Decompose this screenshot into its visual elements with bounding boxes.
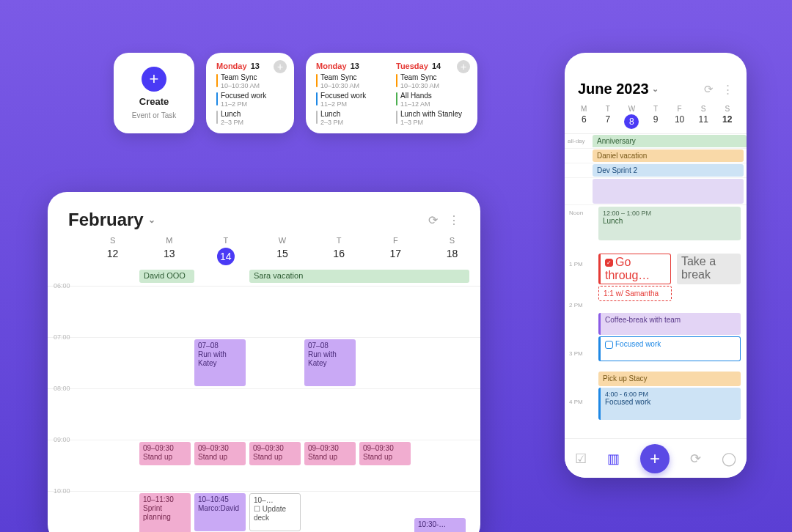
calendar-event[interactable]: 09–09:30Stand up — [249, 442, 301, 465]
calendar-event[interactable]: 1:1 w/ Samantha — [598, 286, 672, 301]
sync-icon[interactable]: ⟳ — [428, 213, 438, 227]
widget-event: Lunch2–3 PM — [316, 110, 387, 127]
week-header: S12 M13 T14 W15 T16 F17 S18 — [48, 236, 480, 265]
calendar-event[interactable]: 07–08Run with Katey — [304, 339, 356, 386]
calendar-event[interactable]: Pick up Stacy — [598, 372, 741, 386]
widget-event: Lunch with Stanley1–3 PM — [396, 110, 467, 127]
widget-event: Focused work11–2 PM — [216, 92, 284, 108]
link-icon[interactable]: ⟳ — [690, 451, 701, 467]
widget-create[interactable]: + Create Event or Task — [114, 53, 194, 133]
check-icon: ✓ — [605, 259, 613, 267]
tablet-calendar: February⌄ ⟳ ⋮ S12 M13 T14 W15 T16 F17 S1… — [48, 192, 480, 532]
sync-icon[interactable]: ⟳ — [704, 83, 714, 96]
month-picker[interactable]: February⌄ — [68, 210, 155, 230]
calendar-event[interactable]: 09–09:30Stand up — [304, 442, 356, 465]
calendar-event[interactable]: 09–09:30Stand up — [359, 442, 411, 465]
week-header: M6 T7 W8 T9 F10 S11 S12 — [565, 105, 747, 133]
widget-event: Team Sync10–10:30 AM — [316, 73, 387, 90]
create-title: Create — [139, 96, 169, 107]
week-grid[interactable]: 06:00 07:00 07–08Run with Katey 07–08Run… — [48, 286, 480, 532]
calendar-event[interactable]: Coffee-break with team — [598, 313, 741, 335]
allday-event[interactable]: Daniel vacation — [593, 149, 744, 162]
profile-icon[interactable]: ◯ — [722, 451, 736, 467]
add-button[interactable]: + — [640, 444, 670, 473]
calendar-event[interactable]: 10–10:45Marco:David — [194, 493, 246, 531]
calendar-icon[interactable]: ▥ — [607, 451, 620, 467]
allday-section: all-dayAnniversary Daniel vacation Dev S… — [565, 133, 747, 205]
day-schedule[interactable]: Noon 12:00 – 1:00 PMLunch 1 PM ✓Go throu… — [565, 207, 747, 420]
calendar-event[interactable]: 10:30-… — [414, 518, 466, 532]
calendar-event[interactable]: 10–11:30Sprint planning — [139, 493, 191, 532]
plus-icon[interactable]: + — [457, 60, 470, 73]
widget-event: All Hands11–12 AM — [396, 92, 467, 108]
allday-event[interactable]: Anniversary — [593, 135, 747, 147]
calendar-event[interactable]: 4:00 - 6:00 PMFocused work — [598, 388, 741, 420]
chevron-down-icon: ⌄ — [148, 215, 155, 225]
widget-event: Team Sync10–10:30 AM — [216, 73, 284, 90]
plus-icon[interactable]: + — [274, 60, 287, 73]
widget-event: Team Sync10–10:30 AM — [396, 73, 467, 90]
allday-event[interactable]: Dev Sprint 2 — [593, 164, 744, 177]
bottom-nav: ☑ ▥ + ⟳ ◯ — [565, 438, 747, 478]
calendar-event[interactable]: 12:00 – 1:00 PMLunch — [598, 207, 741, 240]
calendar-event[interactable]: 10–…☐ Update deck — [249, 493, 301, 531]
more-icon[interactable]: ⋮ — [448, 213, 460, 227]
widget-single-day[interactable]: + Monday 13 Team Sync10–10:30 AM Focused… — [206, 53, 294, 133]
allday-event[interactable] — [593, 179, 744, 204]
calendar-task[interactable]: ✓Go throug… — [598, 254, 671, 284]
widget-event: Lunch2–3 PM — [216, 110, 284, 127]
widget-day-header: Monday 13 — [316, 62, 387, 70]
check-icon — [605, 341, 613, 349]
create-subtitle: Event or Task — [132, 111, 176, 119]
tasks-icon[interactable]: ☑ — [575, 451, 587, 467]
chevron-down-icon: ⌄ — [652, 84, 659, 94]
more-icon[interactable]: ⋮ — [722, 83, 733, 96]
calendar-event[interactable]: 07–08Run with Katey — [194, 339, 246, 386]
calendar-event[interactable]: Take a break — [677, 254, 741, 284]
calendar-task[interactable]: Focused work — [598, 336, 741, 361]
widget-two-day[interactable]: + Monday 13 Team Sync10–10:30 AM Focused… — [306, 53, 477, 133]
allday-event[interactable]: Sara vacation — [249, 270, 469, 283]
plus-icon: + — [142, 67, 166, 92]
calendar-event[interactable]: 09–09:30Stand up — [194, 442, 246, 465]
widget-event: Focused work11–2 PM — [316, 92, 387, 108]
phone-calendar: June 2023⌄ ⟳⋮ M6 T7 W8 T9 F10 S11 S12 al… — [565, 53, 747, 478]
month-picker[interactable]: June 2023⌄ — [578, 81, 659, 97]
allday-event[interactable]: David OOO — [139, 270, 194, 283]
calendar-event[interactable]: 09–09:30Stand up — [139, 442, 191, 465]
